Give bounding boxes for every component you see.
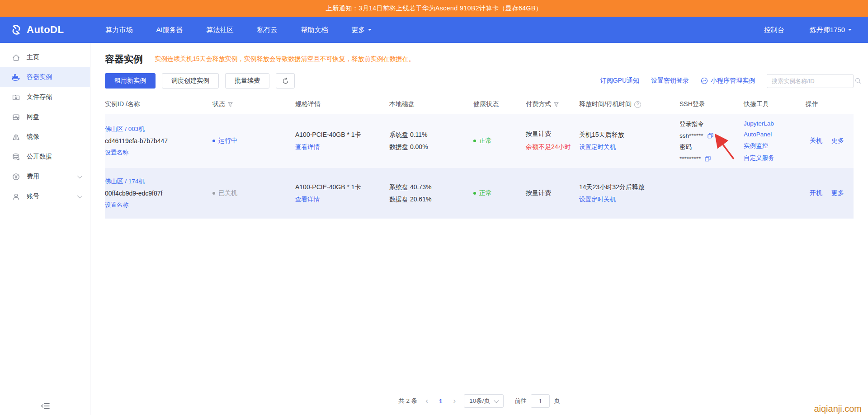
prev-page-button[interactable]: ‹ [424,396,430,406]
pay-type: 按量计费 [526,189,574,197]
table-row: 佛山区 / 174机 00ff4cb9d9-edc9f87f 设置名称 已关机 … [105,168,854,219]
sidebar-item-netdisk[interactable]: 网盘 [0,107,90,127]
status-cell: 运行中 [212,114,295,168]
autopanel-link[interactable]: AutoPanel [744,131,800,138]
balance-warning: 余额不足24小时 [526,142,574,152]
instance-id-cell: 佛山区 / 003机 cd46119efa-b7b7b447 设置名称 [105,114,212,168]
disk-cell: 系统盘 0.11% 数据盘 0.00% [389,114,473,168]
sidebar-item-container-instances[interactable]: 容器实例 [0,67,90,87]
sidebar-collapse-button[interactable] [0,402,90,410]
brand-name: AutoDL [27,24,64,36]
toolbar-right: 订阅GPU通知 设置密钥登录 小程序管理实例 [600,74,854,88]
health-label: 正常 [479,137,492,145]
region-link[interactable]: 佛山区 / 003机 [105,125,207,133]
filter-icon[interactable] [228,102,233,107]
next-page-button[interactable]: › [452,396,458,406]
health-cell: 正常 [473,168,526,219]
actions-cell: 关机 更多 [806,114,854,168]
pay-type-cell: 按量计费 余额不足24小时 [526,114,579,168]
col-header-instance-id: 实例ID /名称 [105,100,212,108]
sidebar-item-images[interactable]: 镜像 [0,127,90,147]
disk-cell: 系统盘 40.73% 数据盘 20.61% [389,168,473,219]
nav-item-docs[interactable]: 帮助文档 [301,26,328,34]
chevron-down-icon [77,173,82,178]
power-on-link[interactable]: 开机 [810,189,822,197]
user-menu[interactable]: 炼丹师1750 [810,26,852,34]
quick-tools-cell [744,168,806,219]
sidebar-item-billing[interactable]: 费用 [0,167,90,187]
brand-logo[interactable]: AutoDL [10,23,64,36]
public-data-icon [12,153,20,161]
col-header-pay-type: 付费方式 [526,100,579,108]
region-link[interactable]: 佛山区 / 174机 [105,177,207,186]
col-header-health: 健康状态 [473,100,526,108]
sidebar-item-account[interactable]: 账号 [0,187,90,206]
col-header-local-disk: 本地磁盘 [389,100,473,108]
copy-icon[interactable] [708,133,713,139]
help-icon[interactable]: ? [634,101,641,108]
gpu-notify-link[interactable]: 订阅GPU通知 [600,77,639,85]
page-header: 容器实例 实例连续关机15天会释放实例，实例释放会导致数据清空且不可恢复，释放前… [105,43,854,65]
ssh-login-label: 登录指令 [679,120,738,128]
chevron-down-icon [368,29,372,33]
quick-tools-cell: JupyterLab AutoPanel 实例监控 自定义服务 [744,114,806,168]
chevron-down-icon [494,398,499,403]
view-detail-link[interactable]: 查看详情 [295,143,384,151]
goto-page-input[interactable] [531,394,550,408]
pay-type: 按量计费 [526,130,574,138]
instance-id: 00ff4cb9d9-edc9f87f [105,190,207,197]
rent-new-instance-button[interactable]: 租用新实例 [105,73,156,89]
shutdown-link[interactable]: 关机 [810,137,822,145]
ssh-command: ssh****** [679,132,703,139]
search-input[interactable] [772,78,851,84]
instance-id-cell: 佛山区 / 174机 00ff4cb9d9-edc9f87f 设置名称 [105,168,212,219]
instance-id: cd46119efa-b7b7b447 [105,137,207,145]
pay-type-cell: 按量计费 [526,168,579,219]
miniprogram-link[interactable]: 小程序管理实例 [701,77,755,85]
page-warning-text: 实例连续关机15天会释放实例，实例释放会导致数据清空且不可恢复，释放前实例在数据… [155,55,415,63]
nav-item-private-cloud[interactable]: 私有云 [257,26,278,34]
nav-item-more[interactable]: 更多 [352,26,372,34]
goto-page: 前往 页 [514,394,560,408]
disk-data: 数据盘 20.61% [389,196,468,204]
col-header-quick-tools: 快捷工具 [744,100,806,108]
set-name-link[interactable]: 设置名称 [105,201,207,209]
scheduled-shutdown-link[interactable]: 设置定时关机 [579,196,674,204]
announcement-text: 上新通知：3月14日前将上线若干华为Ascend 910B2计算卡（显存64GB… [326,5,542,13]
schedule-create-button[interactable]: 调度创建实例 [162,73,219,89]
status-label: 已关机 [218,189,237,197]
nav-item-community[interactable]: 算法社区 [207,26,234,34]
ssh-cell: 登录指令 ssh****** 密码 ********* [679,114,744,168]
set-name-link[interactable]: 设置名称 [105,149,207,157]
chevron-down-icon [77,193,82,198]
sidebar-item-home[interactable]: 主页 [0,47,90,67]
scheduled-shutdown-link[interactable]: 设置定时关机 [579,143,674,151]
nav-item-ai-server[interactable]: AI服务器 [156,26,183,34]
release-time: 14天23小时32分后释放 [579,183,674,191]
per-page-select[interactable]: 10条/页 [464,394,504,408]
filter-icon[interactable] [554,102,559,107]
nav-item-market[interactable]: 算力市场 [105,26,132,34]
release-time-cell: 14天23小时32分后释放 设置定时关机 [579,168,679,219]
release-time: 关机15天后释放 [579,131,674,139]
key-login-link[interactable]: 设置密钥登录 [651,77,689,85]
more-link[interactable]: 更多 [831,189,844,197]
account-icon [12,192,20,201]
sidebar-item-public-data[interactable]: 公开数据 [0,147,90,167]
console-link[interactable]: 控制台 [764,26,784,34]
copy-icon[interactable] [705,156,711,162]
instance-monitor-link[interactable]: 实例监控 [744,142,800,150]
view-detail-link[interactable]: 查看详情 [295,196,384,204]
search-icon[interactable] [855,78,861,84]
jupyterlab-link[interactable]: JupyterLab [744,120,800,127]
spec-cell: A100-PCIE-40GB * 1卡 查看详情 [295,114,389,168]
spec-cell: A100-PCIE-40GB * 1卡 查看详情 [295,168,389,219]
miniprogram-icon [701,77,708,84]
current-page[interactable]: 1 [436,398,445,405]
nav-menu: 算力市场 AI服务器 算法社区 私有云 帮助文档 更多 [105,26,371,34]
more-link[interactable]: 更多 [831,137,844,145]
sidebar-item-file-storage[interactable]: 文件存储 [0,87,90,107]
refresh-button[interactable] [276,73,295,89]
batch-renew-button[interactable]: 批量续费 [225,73,269,89]
custom-service-link[interactable]: 自定义服务 [744,154,800,162]
